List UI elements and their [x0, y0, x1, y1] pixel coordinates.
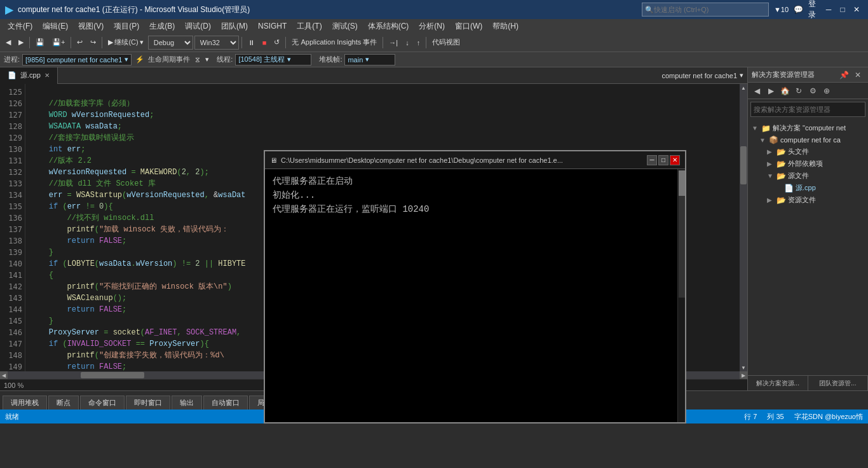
chevron-down-icon: ▾ — [365, 55, 369, 64]
toolbar: ◀ ▶ 💾 💾+ ↩ ↪ ▶ 继续(C) ▾ Debug Release Win… — [0, 33, 868, 52]
tree-external-deps[interactable]: ▶ 📂 外部依赖项 — [750, 158, 865, 170]
menu-analyze[interactable]: 分析(N) — [414, 20, 450, 33]
minimize-button[interactable]: ─ — [822, 3, 835, 16]
menu-project[interactable]: 项目(P) — [109, 20, 144, 33]
lifecycle-label: 生命周期事件 — [148, 55, 190, 64]
menu-window[interactable]: 窗口(W) — [450, 20, 487, 33]
refresh-btn[interactable]: ↻ — [792, 85, 805, 97]
console-line1: 代理服务器正在启动 — [273, 174, 670, 188]
zoom-level[interactable]: 100 % — [4, 382, 24, 389]
row-indicator: 行 7 — [744, 412, 757, 422]
nav-back-btn[interactable]: ◀ — [750, 85, 763, 97]
more-btn[interactable]: ⊕ — [820, 85, 833, 97]
console-title-bar[interactable]: 🖥 C:\Users\midsummer\Desktop\computer ne… — [265, 151, 685, 169]
scroll-right-btn[interactable]: ▶ — [740, 371, 747, 379]
console-scroll-track[interactable] — [679, 170, 685, 298]
tree-source-cpp[interactable]: 📄 源.cpp — [750, 182, 865, 194]
scroll-thumb[interactable] — [740, 146, 747, 184]
code-view-button[interactable]: 代码视图 — [429, 36, 463, 50]
close-panel-button[interactable]: ✕ — [851, 69, 864, 81]
toolbar-forward[interactable]: ▶ — [15, 36, 27, 50]
menu-nsight[interactable]: NSIGHT — [253, 20, 292, 32]
horiz-scroll-thumb[interactable] — [81, 372, 144, 378]
toolbar-save[interactable]: 💾 — [32, 36, 48, 50]
notifications-icon[interactable]: 💬 — [794, 5, 803, 14]
nav-home-btn[interactable]: 🏠 — [778, 85, 791, 97]
expand-icon: ▶ — [767, 148, 775, 155]
console-close-btn[interactable]: ✕ — [670, 155, 680, 165]
quick-launch-input[interactable] — [654, 6, 756, 13]
header-files-label: 头文件 — [788, 147, 809, 156]
scroll-left-btn[interactable]: ◀ — [0, 371, 8, 379]
debug-config-select[interactable]: Debug Release — [148, 36, 193, 50]
restore-button[interactable]: □ — [836, 3, 849, 16]
toolbar-undo[interactable]: ↩ — [74, 36, 86, 50]
tree-source-files[interactable]: ▼ 📂 源文件 — [750, 170, 865, 182]
step-over-button[interactable]: →| — [386, 36, 401, 50]
console-scroll-thumb[interactable] — [679, 170, 685, 196]
step-out-button[interactable]: ↑ — [414, 36, 424, 50]
menu-tools[interactable]: 工具(T) — [292, 20, 327, 33]
toolbar-saveall[interactable]: 💾+ — [49, 36, 68, 50]
console-minimize-btn[interactable]: ─ — [647, 155, 657, 165]
stack-selector[interactable]: main ▾ — [344, 54, 395, 65]
chevron-down-icon: ▾ — [140, 38, 144, 46]
immediate-tab[interactable]: 即时窗口 — [126, 396, 170, 410]
expand-icon: ▼ — [759, 137, 767, 144]
menu-build[interactable]: 生成(B) — [144, 20, 180, 33]
close-button[interactable]: ✕ — [850, 3, 863, 16]
source-tab[interactable]: 📄 源.cpp ✕ — [0, 67, 58, 84]
project-icon: 📦 — [769, 135, 778, 144]
command-tab[interactable]: 命令窗口 — [80, 396, 125, 410]
chevron-down-icon: ▾ — [287, 55, 291, 64]
scroll-track[interactable] — [740, 92, 747, 364]
pause-button[interactable]: ⏸ — [245, 36, 258, 50]
tab-close-icon[interactable]: ✕ — [44, 72, 50, 79]
solution-search[interactable] — [750, 102, 865, 117]
editor-vertical-scrollbar[interactable]: ▲ ▼ — [740, 84, 747, 371]
status-left: 就绪 — [5, 412, 19, 422]
tree-project[interactable]: ▼ 📦 computer net for ca — [750, 134, 865, 146]
menu-edit[interactable]: 编辑(E) — [37, 20, 73, 33]
toolbar-sep6 — [383, 37, 383, 48]
project-dropdown-icon[interactable]: ▾ — [740, 71, 743, 79]
restart-button[interactable]: ↺ — [271, 36, 283, 50]
menu-team[interactable]: 团队(M) — [216, 20, 253, 33]
process-bar: 进程: [9856] computer net for cache1 ▾ ⚡ 生… — [0, 52, 868, 67]
process-selector[interactable]: [9856] computer net for cache1 ▾ — [22, 54, 132, 65]
continue-button[interactable]: ▶ 继续(C) ▾ — [105, 36, 146, 50]
menu-file[interactable]: 文件(F) — [3, 20, 37, 33]
tree-headers[interactable]: ▶ 📂 头文件 — [750, 146, 865, 158]
tree-solution[interactable]: ▼ 📁 解决方案 "computer net — [750, 122, 865, 134]
step-into-button[interactable]: ↓ — [402, 36, 412, 50]
menu-architecture[interactable]: 体系结构(C) — [363, 20, 414, 33]
settings-btn[interactable]: ⚙ — [806, 85, 819, 97]
team-explorer-tab[interactable]: 团队资源管... — [808, 376, 869, 390]
menu-debug[interactable]: 调试(D) — [180, 20, 216, 33]
nav-forward-btn[interactable]: ▶ — [764, 85, 777, 97]
scroll-up-btn[interactable]: ▲ — [740, 84, 747, 92]
breakpoints-tab[interactable]: 断点 — [48, 396, 79, 410]
menu-help[interactable]: 帮助(H) — [487, 20, 524, 33]
solution-explorer-tab[interactable]: 解决方案资源... — [748, 376, 808, 390]
scroll-down-btn[interactable]: ▼ — [740, 364, 747, 371]
thread-selector[interactable]: [10548] 主线程 ▾ — [235, 54, 311, 65]
menu-test[interactable]: 测试(S) — [327, 20, 363, 33]
toolbar-back[interactable]: ◀ — [3, 36, 14, 50]
output-tab[interactable]: 输出 — [172, 396, 202, 410]
window-title: computer net for cache1 (正在运行) - Microso… — [18, 4, 642, 15]
tree-resource-files[interactable]: ▶ 📂 资源文件 — [750, 194, 865, 206]
stop-button[interactable]: ■ — [259, 36, 270, 50]
right-panel-bottom-tabs: 解决方案资源... 团队资源管... — [748, 375, 868, 390]
auto-tab[interactable]: 自动窗口 — [203, 396, 248, 410]
expand-icon: ▶ — [767, 196, 775, 203]
quick-launch[interactable]: 🔍 — [642, 3, 769, 17]
console-restore-btn[interactable]: □ — [658, 155, 668, 165]
menu-view[interactable]: 视图(V) — [73, 20, 109, 33]
console-scrollbar[interactable] — [677, 169, 685, 422]
callstack-tab[interactable]: 调用堆栈 — [3, 396, 47, 410]
signin-button[interactable]: 登录 — [808, 3, 821, 16]
platform-select[interactable]: Win32 x64 — [194, 36, 239, 50]
pin-button[interactable]: 📌 — [837, 69, 850, 81]
toolbar-redo[interactable]: ↪ — [87, 36, 99, 50]
